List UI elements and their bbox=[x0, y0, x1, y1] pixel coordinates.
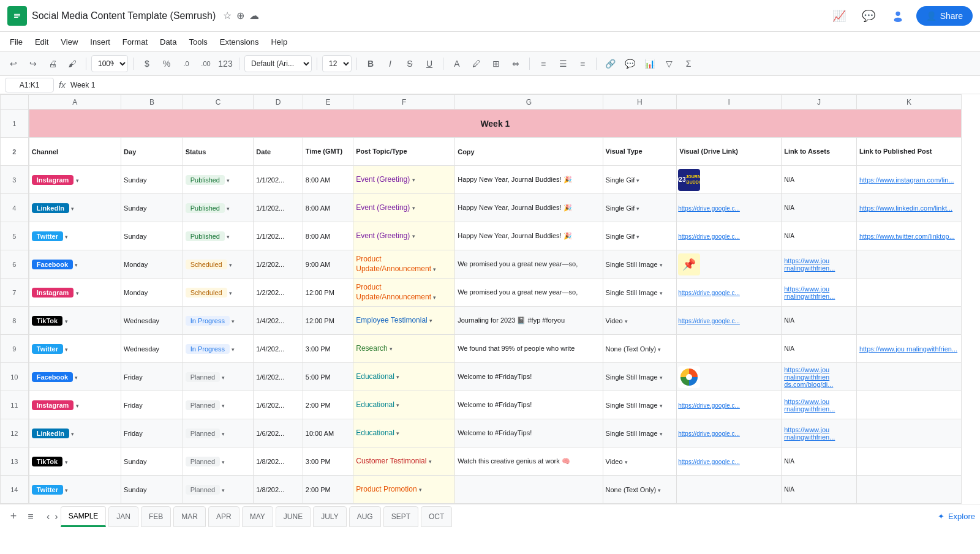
link-published-link[interactable]: https://www.twitter.com/linktop... bbox=[859, 233, 955, 240]
status-cell[interactable]: Published ▾ bbox=[183, 166, 254, 194]
post-type-dropdown[interactable]: ▾ bbox=[429, 459, 432, 465]
visual-type-dropdown[interactable]: ▾ bbox=[660, 262, 663, 268]
sheet-list-button[interactable]: ≡ bbox=[22, 508, 39, 525]
visual-drive-cell[interactable]: 📌 bbox=[677, 250, 782, 279]
row-num[interactable]: 14 bbox=[1, 476, 29, 504]
link-published-cell[interactable] bbox=[856, 307, 961, 335]
visual-drive-cell[interactable]: 2023JOURNALBUDDIES bbox=[677, 166, 782, 194]
channel-dropdown[interactable]: ▾ bbox=[76, 403, 79, 409]
visual-drive-link[interactable]: https://drive.google.c... bbox=[678, 459, 740, 465]
status-cell[interactable]: Planned ▾ bbox=[183, 391, 254, 419]
post-type-dropdown[interactable]: ▾ bbox=[433, 266, 436, 272]
post-type-cell[interactable]: Event (Greeting) ▾ bbox=[353, 194, 455, 222]
col-header-k[interactable]: K bbox=[856, 95, 961, 110]
add-sheet-button[interactable]: + bbox=[5, 508, 22, 525]
col-header-a[interactable]: A bbox=[29, 95, 121, 110]
channel-dropdown[interactable]: ▾ bbox=[65, 346, 68, 353]
filter-button[interactable]: ▽ bbox=[660, 55, 677, 72]
status-dropdown[interactable]: ▾ bbox=[222, 459, 225, 465]
row-num[interactable]: 1 bbox=[1, 110, 29, 138]
visual-type-cell[interactable]: Single Gif ▾ bbox=[603, 194, 677, 222]
visual-drive-link[interactable]: https://drive.google.c... bbox=[678, 430, 740, 437]
row-num[interactable]: 9 bbox=[1, 335, 29, 363]
post-type-cell[interactable]: Educational ▾ bbox=[353, 391, 455, 419]
visual-type-dropdown[interactable]: ▾ bbox=[660, 375, 663, 381]
link-published-cell[interactable] bbox=[856, 250, 961, 279]
post-type-dropdown[interactable]: ▾ bbox=[412, 233, 415, 239]
tab-july[interactable]: JULY bbox=[313, 506, 346, 527]
row-num[interactable]: 12 bbox=[1, 419, 29, 447]
tab-jan[interactable]: JAN bbox=[108, 506, 138, 527]
star-icon[interactable]: ☆ bbox=[223, 10, 232, 21]
menu-insert[interactable]: Insert bbox=[85, 35, 115, 49]
col-header-c[interactable]: C bbox=[183, 95, 254, 110]
share-button[interactable]: 👤 Share bbox=[916, 6, 973, 26]
status-cell[interactable]: Planned ▾ bbox=[183, 447, 254, 476]
chat-icon[interactable]: 💬 bbox=[858, 5, 880, 27]
highlight-color-button[interactable]: 🖊 bbox=[468, 55, 485, 72]
visual-type-cell[interactable]: Single Gif ▾ bbox=[603, 222, 677, 250]
link-button[interactable]: 🔗 bbox=[601, 55, 619, 72]
status-dropdown[interactable]: ▾ bbox=[222, 403, 225, 409]
col-header-b[interactable]: B bbox=[121, 95, 183, 110]
status-dropdown[interactable]: ▾ bbox=[229, 290, 232, 296]
col-header-h[interactable]: H bbox=[603, 95, 677, 110]
formula-input[interactable] bbox=[70, 78, 975, 92]
post-type-dropdown[interactable]: ▾ bbox=[396, 374, 399, 380]
status-cell[interactable]: Scheduled ▾ bbox=[183, 250, 254, 279]
link-published-cell[interactable]: https://www.jou rnalingwithfrien... bbox=[856, 335, 961, 363]
link-assets-link[interactable]: https://www.jou rnalingwithfrien... bbox=[784, 285, 835, 300]
post-type-dropdown[interactable]: ▾ bbox=[396, 430, 399, 436]
visual-type-cell[interactable]: None (Text Only) ▾ bbox=[603, 335, 677, 363]
visual-type-dropdown[interactable]: ▾ bbox=[658, 487, 661, 493]
more-formats-button[interactable]: 123 bbox=[217, 55, 234, 72]
row-num[interactable]: 13 bbox=[1, 447, 29, 476]
account-icon[interactable] bbox=[887, 5, 909, 27]
status-dropdown[interactable]: ▾ bbox=[227, 234, 230, 240]
chart-button[interactable]: 📊 bbox=[641, 55, 658, 72]
col-header-d[interactable]: D bbox=[254, 95, 303, 110]
visual-type-dropdown[interactable]: ▾ bbox=[625, 459, 628, 465]
post-type-cell[interactable]: Product Update/Announcement ▾ bbox=[353, 279, 455, 307]
strikethrough-button[interactable]: S bbox=[401, 55, 418, 72]
col-header-i[interactable]: I bbox=[677, 95, 782, 110]
visual-drive-cell[interactable]: https://drive.google.c... bbox=[677, 447, 782, 476]
link-assets-link[interactable]: https://www.jou rnalingwithfrien... bbox=[784, 426, 835, 441]
visual-drive-cell[interactable] bbox=[677, 363, 782, 391]
borders-button[interactable]: ⊞ bbox=[488, 55, 505, 72]
row-num[interactable]: 5 bbox=[1, 222, 29, 250]
visual-type-dropdown[interactable]: ▾ bbox=[660, 431, 663, 437]
zoom-select[interactable]: 100% bbox=[91, 55, 128, 72]
print-button[interactable]: 🖨 bbox=[44, 55, 61, 72]
visual-drive-cell[interactable] bbox=[677, 476, 782, 504]
menu-extensions[interactable]: Extensions bbox=[215, 35, 264, 49]
link-published-link[interactable]: https://www.jou rnalingwithfrien... bbox=[859, 345, 957, 353]
visual-drive-link[interactable]: https://drive.google.c... bbox=[678, 402, 740, 409]
cell-reference-input[interactable] bbox=[5, 78, 54, 92]
visual-drive-link[interactable]: https://drive.google.c... bbox=[678, 233, 740, 240]
visual-drive-link[interactable]: https://drive.google.c... bbox=[678, 205, 740, 212]
italic-button[interactable]: I bbox=[382, 55, 399, 72]
visual-type-cell[interactable]: Single Still Image ▾ bbox=[603, 363, 677, 391]
link-published-cell[interactable] bbox=[856, 391, 961, 419]
tab-mar[interactable]: MAR bbox=[173, 506, 206, 527]
status-dropdown[interactable]: ▾ bbox=[229, 262, 232, 268]
link-assets-link[interactable]: https://www.jou rnalingwithfrien ds.com/… bbox=[784, 366, 833, 388]
channel-dropdown[interactable]: ▾ bbox=[76, 178, 79, 184]
menu-help[interactable]: Help bbox=[266, 35, 292, 49]
row-num[interactable]: 6 bbox=[1, 250, 29, 279]
status-dropdown[interactable]: ▾ bbox=[222, 375, 225, 381]
menu-tools[interactable]: Tools bbox=[184, 35, 212, 49]
underline-button[interactable]: U bbox=[421, 55, 438, 72]
link-published-cell[interactable] bbox=[856, 447, 961, 476]
link-assets-cell[interactable]: https://www.jou rnalingwithfrien ds.com/… bbox=[782, 363, 857, 391]
undo-button[interactable]: ↩ bbox=[5, 55, 22, 72]
align-center-button[interactable]: ☰ bbox=[554, 55, 571, 72]
post-type-cell[interactable]: Research ▾ bbox=[353, 335, 455, 363]
status-cell[interactable]: Scheduled ▾ bbox=[183, 279, 254, 307]
tab-sept[interactable]: SEPT bbox=[383, 506, 418, 527]
status-cell[interactable]: Planned ▾ bbox=[183, 419, 254, 447]
visual-type-dropdown[interactable]: ▾ bbox=[658, 346, 661, 353]
visual-drive-cell[interactable] bbox=[677, 335, 782, 363]
visual-type-cell[interactable]: Single Gif ▾ bbox=[603, 166, 677, 194]
